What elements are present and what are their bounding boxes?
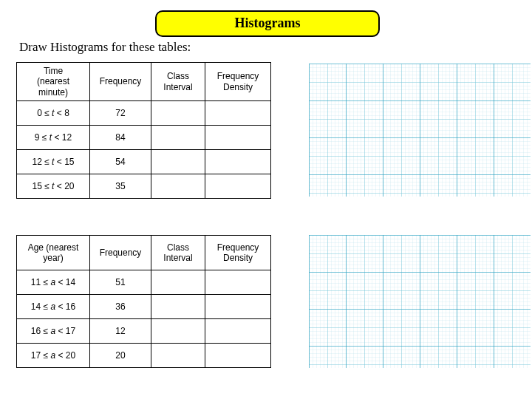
th-time-fd1: Frequency xyxy=(217,71,259,81)
cell-fd xyxy=(205,319,271,344)
cell-fd xyxy=(205,295,271,319)
page-title-banner: Histograms xyxy=(155,10,380,37)
cell-freq: 72 xyxy=(90,101,151,126)
table-row: 9 ≤ t < 12 84 xyxy=(17,126,271,150)
grid-icon xyxy=(309,64,531,197)
cell-freq: 84 xyxy=(90,126,151,150)
th-age-fd1: Frequency xyxy=(217,242,259,253)
cell-fd xyxy=(205,174,271,199)
cell-range: 9 ≤ t < 12 xyxy=(17,126,90,150)
cell-ci xyxy=(151,270,205,295)
table-age: Age (nearest year) Frequency Class Inter… xyxy=(16,235,271,368)
table-row: 16 ≤ a < 17 12 xyxy=(17,319,271,344)
th-time-l1: Time xyxy=(44,66,63,76)
th-time-label: Time (nearest minute) xyxy=(17,63,90,101)
cell-freq: 54 xyxy=(90,150,151,174)
cell-ci xyxy=(151,174,205,199)
cell-fd xyxy=(205,126,271,150)
th-age-fd2: Density xyxy=(223,253,253,263)
cell-fd xyxy=(205,101,271,126)
th-age-l1: Age (nearest xyxy=(28,242,79,253)
th-time-freq: Frequency xyxy=(90,63,151,101)
page-title: Histograms xyxy=(235,16,301,30)
cell-range: 11 ≤ a < 14 xyxy=(17,270,90,295)
cell-fd xyxy=(205,150,271,174)
th-time-l2: (nearest xyxy=(37,76,69,86)
graph-paper-bottom xyxy=(309,235,531,368)
graph-paper-top xyxy=(309,64,531,197)
cell-range: 16 ≤ a < 17 xyxy=(17,319,90,344)
cell-ci xyxy=(151,150,205,174)
th-age-ci2: Interval xyxy=(163,253,192,263)
th-age-fd: Frequency Density xyxy=(205,236,271,270)
cell-fd xyxy=(205,344,271,368)
cell-ci xyxy=(151,344,205,368)
instruction-text: Draw Histograms for these tables: xyxy=(19,40,191,55)
th-time-l3: minute) xyxy=(38,87,68,98)
table-row: 17 ≤ a < 20 20 xyxy=(17,344,271,368)
th-time-ci2: Interval xyxy=(163,82,192,92)
th-age-ci: Class Interval xyxy=(151,236,205,270)
svg-rect-3 xyxy=(309,235,531,368)
cell-freq: 12 xyxy=(90,319,151,344)
cell-range: 12 ≤ t < 15 xyxy=(17,150,90,174)
cell-ci xyxy=(151,295,205,319)
cell-range: 14 ≤ a < 16 xyxy=(17,295,90,319)
svg-rect-2 xyxy=(309,64,531,197)
th-time-ci1: Class xyxy=(167,71,189,81)
table-row: 12 ≤ t < 15 54 xyxy=(17,150,271,174)
th-age-ci1: Class xyxy=(167,242,189,253)
cell-ci xyxy=(151,126,205,150)
th-time-fd: Frequency Density xyxy=(205,63,271,101)
th-time-fd2: Density xyxy=(223,82,253,92)
th-age-l2: year) xyxy=(43,253,63,263)
cell-freq: 51 xyxy=(90,270,151,295)
cell-ci xyxy=(151,319,205,344)
cell-freq: 20 xyxy=(90,344,151,368)
grid-icon xyxy=(309,235,531,368)
table-row: 0 ≤ t < 8 72 xyxy=(17,101,271,126)
th-time-ci: Class Interval xyxy=(151,63,205,101)
cell-ci xyxy=(151,101,205,126)
table-row: 14 ≤ a < 16 36 xyxy=(17,295,271,319)
cell-freq: 35 xyxy=(90,174,151,199)
cell-range: 15 ≤ t < 20 xyxy=(17,174,90,199)
table-time: Time (nearest minute) Frequency Class In… xyxy=(16,62,271,199)
th-age-freq: Frequency xyxy=(90,236,151,270)
cell-fd xyxy=(205,270,271,295)
cell-freq: 36 xyxy=(90,295,151,319)
table-row: 11 ≤ a < 14 51 xyxy=(17,270,271,295)
cell-range: 0 ≤ t < 8 xyxy=(17,101,90,126)
table-row: 15 ≤ t < 20 35 xyxy=(17,174,271,199)
th-age-label: Age (nearest year) xyxy=(17,236,90,270)
cell-range: 17 ≤ a < 20 xyxy=(17,344,90,368)
